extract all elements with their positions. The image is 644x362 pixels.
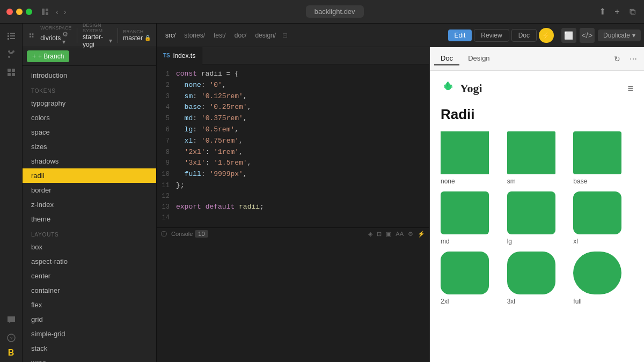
doc-button[interactable]: Doc xyxy=(511,29,537,42)
sidebar-item-box[interactable]: box xyxy=(23,240,156,254)
activity-icon-git[interactable] xyxy=(3,46,19,62)
path-tab-doc[interactable]: doc/ xyxy=(230,31,251,40)
file-tab-name: index.ts xyxy=(173,52,195,60)
sidebar-item-shadows[interactable]: shadows xyxy=(23,154,156,168)
radii-label-base: base xyxy=(573,178,587,185)
doc-logo: Yogi xyxy=(441,79,482,98)
duplicate-label: Duplicate xyxy=(603,32,630,39)
more-options-icon[interactable]: ⋯ xyxy=(627,53,640,65)
activity-icon-messages[interactable] xyxy=(3,312,19,328)
titlebar-right: ⬆ + ⧉ xyxy=(597,6,638,17)
workspace-name: divriots ⚙ ▾ xyxy=(40,31,71,46)
refresh-icon[interactable]: ↻ xyxy=(611,53,624,65)
svg-text:?: ? xyxy=(10,336,12,341)
share-icon[interactable]: ⬆ xyxy=(597,6,608,17)
editor-content: TS index.ts 1 const radii = { 2 none: '0… xyxy=(157,47,644,362)
radii-label-none: none xyxy=(441,178,455,185)
radii-box-full xyxy=(573,252,621,294)
sidebar-item-container[interactable]: container xyxy=(23,283,156,298)
close-button[interactable] xyxy=(6,9,13,15)
code-line-11: 11 }; xyxy=(157,180,429,191)
sidebar-item-colors[interactable]: colors xyxy=(23,110,156,125)
review-button[interactable]: Review xyxy=(474,29,509,42)
header-divider-1 xyxy=(77,28,77,43)
sidebar-item-wrap[interactable]: wrap xyxy=(23,356,156,362)
right-panel-toolbar: Doc Design ↻ ⋯ xyxy=(430,47,644,71)
activity-bar: ? B xyxy=(0,24,23,362)
path-tab-design[interactable]: design/ xyxy=(251,31,280,40)
sidebar-item-simple-grid[interactable]: simple-grid xyxy=(23,327,156,341)
sidebar-item-theme[interactable]: theme xyxy=(23,212,156,226)
backlight-logo: B xyxy=(8,348,14,358)
radii-box-lg xyxy=(507,191,555,234)
sidebar-item-z-index[interactable]: z-index xyxy=(23,197,156,212)
svg-rect-7 xyxy=(12,69,15,72)
sidebar-item-aspect-ratio[interactable]: aspect-ratio xyxy=(23,254,156,269)
editor-toolbar: src/ stories/ test/ doc/ design/ ⊡ Edit … xyxy=(157,24,644,47)
edit-button[interactable]: Edit xyxy=(448,29,472,41)
windows-icon[interactable]: ⧉ xyxy=(627,6,638,17)
window-title: backlight.dev xyxy=(306,5,364,18)
sidebar-item-center[interactable]: center xyxy=(23,269,156,283)
sidebar-item-space[interactable]: space xyxy=(23,125,156,139)
forward-arrow[interactable]: › xyxy=(62,6,69,17)
more-files-icon[interactable]: ⊡ xyxy=(282,32,288,39)
code-icon[interactable]: </> xyxy=(580,28,595,43)
sidebar-item-typography[interactable]: typography xyxy=(23,96,156,110)
file-tab-index-ts[interactable]: TS index.ts xyxy=(157,47,202,64)
radii-label-full: full xyxy=(573,298,581,305)
code-line-7: 7 xl: '0.75rem', xyxy=(157,136,429,147)
duplicate-button[interactable]: Duplicate ▾ xyxy=(598,29,641,41)
code-editor[interactable]: TS index.ts 1 const radii = { 2 none: '0… xyxy=(157,47,429,362)
monitor-icon[interactable]: ⬜ xyxy=(561,28,576,43)
sidebar-item-grid[interactable]: grid xyxy=(23,312,156,327)
branch-section: Branch master 🔒 xyxy=(123,29,151,42)
svg-rect-0 xyxy=(42,9,45,15)
minimize-button[interactable] xyxy=(16,9,23,15)
design-system-section: design system starter-yogi ▾ xyxy=(83,24,112,48)
code-line-5: 5 md: '0.375rem', xyxy=(157,113,429,124)
tab-design[interactable]: Design xyxy=(462,52,496,65)
sidebar-item-flex[interactable]: flex xyxy=(23,298,156,312)
maximize-button[interactable] xyxy=(26,9,32,15)
code-line-12: 12 xyxy=(157,191,429,202)
status-bar: ⓘ Console 10 ◈ ⊡ ▣ AA ⚙ ⚡ xyxy=(157,227,429,240)
console-label[interactable]: Console 10 xyxy=(171,230,208,238)
lightning-button[interactable]: ⚡ xyxy=(539,28,554,43)
doc-header: Yogi ≡ xyxy=(441,79,633,98)
activity-icon-code[interactable] xyxy=(3,28,19,44)
activity-icon-help[interactable]: ? xyxy=(3,330,19,346)
code-content: 1 const radii = { 2 none: '0', 3 sm: '0.… xyxy=(157,64,429,227)
radii-item-md: md xyxy=(441,191,501,245)
status-aa-icon: AA xyxy=(396,231,404,237)
sidebar-item-stack[interactable]: stack xyxy=(23,341,156,356)
status-broadcast-icon: ⊡ xyxy=(377,231,382,238)
design-system-name: starter-yogi ▾ xyxy=(83,33,112,48)
sidebar-item-sizes[interactable]: sizes xyxy=(23,139,156,154)
branch-button[interactable]: + + Branch xyxy=(27,50,69,62)
sidebar-item-radii[interactable]: radii xyxy=(23,168,156,183)
sidebar: Workspace divriots ⚙ ▾ design system sta… xyxy=(23,24,157,362)
path-tabs: src/ stories/ test/ doc/ design/ ⊡ xyxy=(157,31,444,40)
tab-doc[interactable]: Doc xyxy=(434,52,459,65)
sidebar-item-border[interactable]: border xyxy=(23,183,156,197)
sidebar-item-introduction[interactable]: introduction xyxy=(23,68,156,83)
back-arrow[interactable]: ‹ xyxy=(54,6,61,17)
radii-item-xl: xl xyxy=(573,191,633,245)
new-tab-icon[interactable]: + xyxy=(612,6,623,17)
code-line-1: 1 const radii = { xyxy=(157,69,429,80)
action-bar: Edit Review Doc ⚡ xyxy=(444,28,558,43)
radii-label-3xl: 3xl xyxy=(507,298,515,305)
activity-icon-components[interactable] xyxy=(3,64,19,80)
radii-item-base: base xyxy=(573,131,633,185)
doc-logo-text: Yogi xyxy=(460,82,482,95)
path-tab-test[interactable]: test/ xyxy=(209,31,230,40)
title-bar: ‹ › backlight.dev ⬆ + ⧉ xyxy=(0,0,644,24)
doc-menu-icon[interactable]: ≡ xyxy=(627,83,633,94)
main-area: src/ stories/ test/ doc/ design/ ⊡ Edit … xyxy=(157,24,644,362)
path-tab-src[interactable]: src/ xyxy=(161,31,180,40)
code-line-2: 2 none: '0', xyxy=(157,80,429,91)
code-line-9: 9 '3xl': '1.5rem', xyxy=(157,158,429,169)
svg-rect-1 xyxy=(46,9,48,11)
path-tab-stories[interactable]: stories/ xyxy=(180,31,209,40)
